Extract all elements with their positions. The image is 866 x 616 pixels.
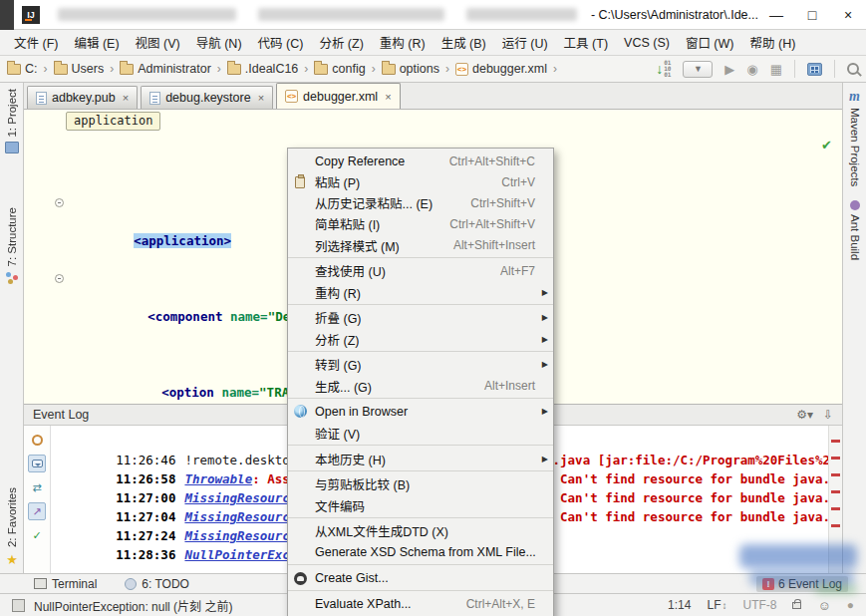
tool-button-terminal[interactable]: Terminal <box>52 577 97 591</box>
menu-bar-item[interactable]: 视图 (V) <box>128 33 188 52</box>
context-menu-item[interactable]: Generate XSD Schema from XML File... <box>288 541 553 565</box>
expand-all-icon[interactable]: ↗ <box>28 502 46 520</box>
context-menu-item[interactable]: 简单粘贴 (I) Ctrl+Alt+Shift+V <box>288 213 553 234</box>
context-menu-item[interactable]: 从XML文件生成DTD (X) <box>288 520 553 541</box>
tool-button-event-log[interactable]: ! 6 Event Log <box>756 576 848 592</box>
minimize-button[interactable]: — <box>758 0 794 29</box>
context-menu-item[interactable]: 列选择模式 (M) Alt+Shift+Insert <box>288 234 553 258</box>
editor-tab[interactable]: debug.keystore × <box>141 86 273 109</box>
show-balloons-icon[interactable] <box>28 455 46 472</box>
fold-marker-icon[interactable] <box>55 274 64 283</box>
context-menu-item[interactable]: Evaluate XPath... Ctrl+Alt+X, E <box>288 593 553 614</box>
dock-icon[interactable]: ⇩ <box>823 408 833 422</box>
monitor-icon[interactable] <box>807 63 822 76</box>
status-message[interactable]: NullPointerException: null (片刻 之前) <box>34 597 232 614</box>
maximize-button[interactable]: □ <box>794 0 830 29</box>
editor-tab[interactable]: adbkey.pub × <box>27 86 138 109</box>
fold-marker-icon[interactable] <box>55 198 64 207</box>
breadcrumb-icon <box>455 63 468 76</box>
debug-icon[interactable]: ◉ <box>746 62 757 77</box>
line-separator-selector[interactable]: LF↕ <box>707 598 726 612</box>
menu-item-shortcut: Alt+F7 <box>486 264 535 278</box>
breadcrumb[interactable]: C: › <box>7 62 54 76</box>
file-icon <box>36 92 47 105</box>
menu-bar-item[interactable]: 运行 (U) <box>494 33 556 52</box>
intellij-logo-icon: IJ <box>22 6 40 24</box>
breadcrumb-label: C: <box>25 62 38 76</box>
toolwindow-toggle-icon[interactable] <box>12 599 25 612</box>
menu-bar-item[interactable]: 重构 (R) <box>372 33 433 52</box>
context-menu-item[interactable]: 粘贴 (P) Ctrl+V <box>288 171 553 192</box>
breadcrumb-label: Administrator <box>138 62 211 76</box>
run-icon[interactable]: ▶ <box>724 62 734 77</box>
file-encoding[interactable]: UTF-8 <box>742 598 776 612</box>
project-label: 1: Project <box>6 89 18 138</box>
menu-bar-item[interactable]: 工具 (T) <box>556 33 616 52</box>
menu-bar-item[interactable]: 分析 (Z) <box>311 33 371 52</box>
coverage-icon[interactable]: ▦ <box>770 62 782 77</box>
divider <box>794 60 795 78</box>
sidebar-item-structure[interactable]: 7: Structure <box>0 207 24 284</box>
context-menu-item[interactable]: 转到 (G) ▶ <box>288 354 553 375</box>
menu-bar-item[interactable]: VCS (S) <box>616 36 678 50</box>
menu-item-icon <box>293 154 309 168</box>
tag-breadcrumb-balloon[interactable]: application <box>66 112 160 131</box>
breadcrumb[interactable]: Users › <box>54 62 121 76</box>
close-button[interactable]: × <box>830 0 866 29</box>
sidebar-item-maven[interactable]: m Maven Projects <box>843 83 866 186</box>
context-menu-item[interactable]: 折叠 (G) ▶ <box>288 307 553 328</box>
sidebar-item-ant-build[interactable]: Ant Build <box>843 186 866 260</box>
caret-position[interactable]: 1:14 <box>668 598 691 612</box>
hector-inspector-icon[interactable]: ☺ <box>817 598 830 613</box>
structure-label: 7: Structure <box>6 207 18 266</box>
editor-tab[interactable]: debugger.xml × <box>276 83 401 109</box>
context-menu-item[interactable]: 查找使用 (U) Alt+F7 <box>288 260 553 281</box>
lock-icon[interactable] <box>792 602 801 609</box>
menu-bar-item[interactable]: 代码 (C) <box>250 33 312 52</box>
context-menu-item[interactable]: 文件编码 <box>288 494 553 518</box>
run-config-dropdown[interactable]: ▼ <box>683 61 713 78</box>
breadcrumb[interactable]: config › <box>314 62 381 76</box>
error-stripe[interactable] <box>828 426 842 573</box>
breadcrumb[interactable]: debugger.xml › <box>455 62 563 76</box>
context-menu-item[interactable]: 验证 (V) <box>288 422 553 446</box>
menu-item-label: 折叠 (G) <box>315 308 362 327</box>
menu-item-label: 重构 (R) <box>315 283 361 302</box>
breadcrumb[interactable]: .IdealC16 › <box>227 62 315 76</box>
context-menu-item[interactable]: 本地历史 (H) ▶ <box>288 448 553 471</box>
context-menu-item[interactable]: 从历史记录粘贴... (E) Ctrl+Shift+V <box>288 192 553 213</box>
tab-label: debug.keystore <box>165 91 250 105</box>
gear-icon[interactable]: ⚙▾ <box>796 408 813 422</box>
menu-bar-item[interactable]: 生成 (B) <box>433 33 494 52</box>
menu-item-icon <box>293 477 309 491</box>
inspection-ok-icon[interactable]: ✔ <box>821 138 832 153</box>
menu-bar-item[interactable]: 文件 (F) <box>6 33 66 52</box>
breadcrumb[interactable]: Administrator › <box>120 62 227 76</box>
menu-bar-item[interactable]: 编辑 (E) <box>66 33 127 52</box>
menu-item-label: 粘贴 (P) <box>315 172 360 191</box>
context-menu-item[interactable]: 与剪贴板比较 (B) <box>288 473 553 494</box>
context-menu-item[interactable]: 分析 (Z) ▶ <box>288 328 553 352</box>
context-menu-item[interactable]: Copy Reference Ctrl+Alt+Shift+C <box>288 151 553 171</box>
menu-bar-item[interactable]: 窗口 (W) <box>678 33 742 52</box>
breadcrumb-icon <box>54 64 68 75</box>
sidebar-item-favorites[interactable]: 2: Favorites ★ <box>0 487 24 567</box>
menu-item-shortcut: Ctrl+Alt+X, E <box>452 597 535 611</box>
close-tab-icon[interactable]: × <box>258 92 264 104</box>
tool-button-todo[interactable]: 6: TODO <box>142 577 189 591</box>
sidebar-item-project[interactable]: 1: Project <box>0 89 24 154</box>
close-tab-icon[interactable]: × <box>123 92 129 104</box>
menu-bar-item[interactable]: 导航 (N) <box>188 33 250 52</box>
context-menu-item[interactable]: Create Gist... <box>288 567 553 591</box>
context-menu-item[interactable]: 重构 (R) ▶ <box>288 281 553 305</box>
search-icon[interactable] <box>847 63 859 75</box>
breadcrumb[interactable]: options › <box>382 62 455 76</box>
log-settings-icon[interactable] <box>28 431 46 449</box>
menu-bar-item[interactable]: 帮助 (H) <box>742 33 804 52</box>
compile-icon[interactable]: ↓011001 <box>656 60 671 78</box>
soft-wrap-icon[interactable]: ⇄ <box>28 478 46 496</box>
context-menu-item[interactable]: Open in Browser ▶ <box>288 401 553 422</box>
close-tab-icon[interactable]: × <box>385 91 391 103</box>
mark-read-icon[interactable]: ✓ <box>28 526 46 544</box>
context-menu-item[interactable]: 生成... (G) Alt+Insert <box>288 375 553 399</box>
